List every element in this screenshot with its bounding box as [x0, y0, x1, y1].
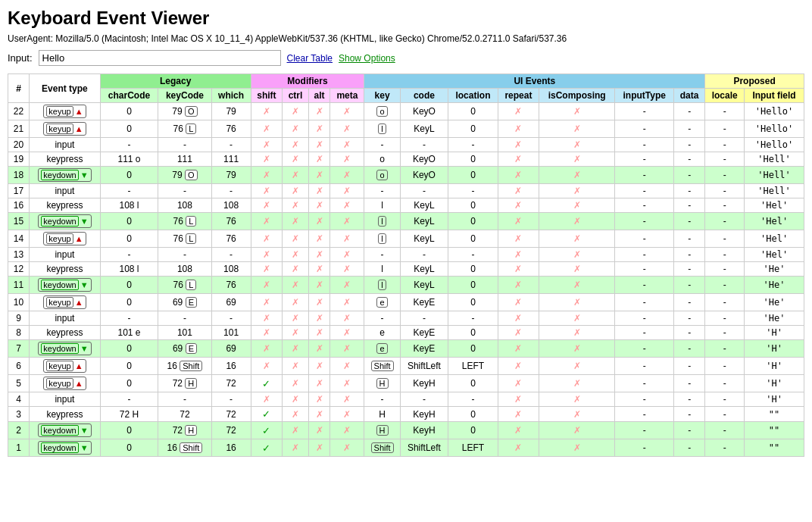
input-field-value: 'Hell'	[757, 186, 790, 196]
table-cell: -	[400, 311, 448, 326]
cross-mark: ✗	[514, 327, 522, 338]
table-cell: -	[705, 407, 745, 422]
table-cell: ✗	[308, 167, 330, 184]
table-cell: ✗	[251, 294, 283, 311]
show-options-button[interactable]: Show Options	[339, 53, 395, 64]
table-cell: -	[674, 392, 705, 407]
group-header-legacy: Legacy	[100, 74, 251, 89]
cross-mark: ✗	[514, 343, 522, 354]
cross-mark: ✗	[514, 442, 522, 453]
cross-mark: ✗	[292, 154, 299, 164]
table-cell: ✗	[330, 167, 364, 184]
table-cell: -	[705, 392, 745, 407]
table-cell: -	[705, 103, 745, 120]
keycode-badge: Shift	[180, 442, 202, 453]
table-cell: ✗	[539, 407, 615, 422]
cross-mark: ✗	[514, 216, 522, 227]
table-cell: 108	[211, 262, 251, 277]
table-cell: LEFT	[448, 358, 498, 375]
table-cell: ✗	[498, 167, 539, 184]
table-row: 18keydown ▼079 O79✗✗✗✗oKeyO0✗✗---'Hell'	[8, 167, 804, 184]
table-cell: input	[30, 392, 101, 407]
table-cell: -	[364, 138, 400, 152]
input-field-value: 'He'	[764, 297, 785, 308]
event-type-text: keypress	[46, 264, 83, 274]
cross-mark: ✗	[263, 264, 270, 274]
table-cell: -	[674, 311, 705, 326]
table-row: 4input---✗✗✗✗---✗✗---'H'	[8, 392, 804, 407]
table-cell: ✗	[330, 294, 364, 311]
table-cell: ✗	[308, 340, 330, 358]
col-header-ctrl: ctrl	[283, 89, 308, 103]
keydown-badge: keydown ▼	[38, 168, 91, 182]
table-cell: -	[674, 198, 705, 213]
table-cell: 'H'	[745, 326, 804, 340]
col-header-alt: alt	[308, 89, 330, 103]
cross-mark: ✗	[514, 394, 522, 405]
event-type-text: input	[55, 313, 74, 324]
table-row: 17input---✗✗✗✗---✗✗---'Hell'	[8, 184, 804, 198]
cross-mark: ✗	[263, 343, 270, 354]
table-cell: ✗	[283, 311, 308, 326]
cross-mark: ✗	[316, 264, 323, 274]
text-input[interactable]	[39, 50, 281, 66]
table-cell: ✗	[539, 294, 615, 311]
table-cell: o	[364, 103, 400, 120]
table-row: 6keyup ▲016 Shift16✗✗✗✗ShiftShiftLeftLEF…	[8, 358, 804, 375]
check-mark: ✓	[262, 408, 270, 420]
table-cell: -	[705, 184, 745, 198]
table-cell: ✗	[251, 326, 283, 340]
table-cell: ✗	[251, 262, 283, 277]
table-cell: keyup ▲	[30, 294, 101, 311]
table-cell: 3	[8, 407, 30, 422]
cross-mark: ✗	[573, 139, 581, 150]
table-cell: ✗	[251, 198, 283, 213]
cross-mark: ✗	[316, 170, 323, 180]
table-row: 2keydown ▼072 H72✓✗✗✗HKeyH0✗✗---""	[8, 422, 804, 439]
table-cell: 16 Shift	[158, 358, 211, 375]
input-field-value: 'H'	[766, 394, 782, 405]
input-field-value: 'H'	[766, 343, 782, 354]
table-cell: 108	[158, 262, 211, 277]
table-cell: 15	[8, 213, 30, 230]
table-cell: 0	[100, 167, 158, 184]
event-type-text: keypress	[46, 409, 83, 420]
table-cell: 72 H	[158, 375, 211, 392]
table-cell: 5	[8, 375, 30, 392]
clear-table-button[interactable]: Clear Table	[287, 53, 333, 64]
table-cell: ✗	[330, 248, 364, 262]
cross-mark: ✗	[292, 297, 299, 308]
page-title: Keyboard Event Viewer	[8, 8, 804, 29]
table-cell: ✗	[251, 213, 283, 230]
cross-mark: ✗	[316, 280, 323, 290]
table-cell: ✗	[308, 358, 330, 375]
table-cell: 22	[8, 103, 30, 120]
table-cell: 0	[100, 358, 158, 375]
table-cell: 76	[211, 230, 251, 248]
cross-mark: ✗	[316, 409, 323, 420]
cross-mark: ✗	[514, 123, 522, 134]
table-cell: 76	[211, 120, 251, 138]
table-cell: ✗	[283, 184, 308, 198]
cross-mark: ✗	[316, 233, 323, 244]
table-cell: 0	[100, 103, 158, 120]
table-row: 16keypress108 l108108✗✗✗✗lKeyL0✗✗---'Hel…	[8, 198, 804, 213]
event-type-text: keypress	[46, 200, 83, 211]
table-cell: -	[674, 120, 705, 138]
table-row: 3keypress72 H7272✓✗✗✗HKeyH0✗✗---""	[8, 407, 804, 422]
table-cell: e	[364, 294, 400, 311]
table-cell: -	[448, 392, 498, 407]
table-cell: -	[100, 311, 158, 326]
table-cell: ✗	[308, 152, 330, 167]
table-cell: ✗	[308, 213, 330, 230]
table-cell: 101 e	[100, 326, 158, 340]
table-cell: ✗	[498, 262, 539, 277]
table-cell: -	[364, 311, 400, 326]
keycode-badge: L	[186, 280, 196, 290]
cross-mark: ✗	[343, 409, 351, 420]
table-cell: 16	[211, 358, 251, 375]
cross-mark: ✗	[514, 106, 522, 117]
table-cell: ✗	[251, 277, 283, 294]
cross-mark: ✗	[292, 170, 299, 180]
table-cell: ✗	[539, 198, 615, 213]
